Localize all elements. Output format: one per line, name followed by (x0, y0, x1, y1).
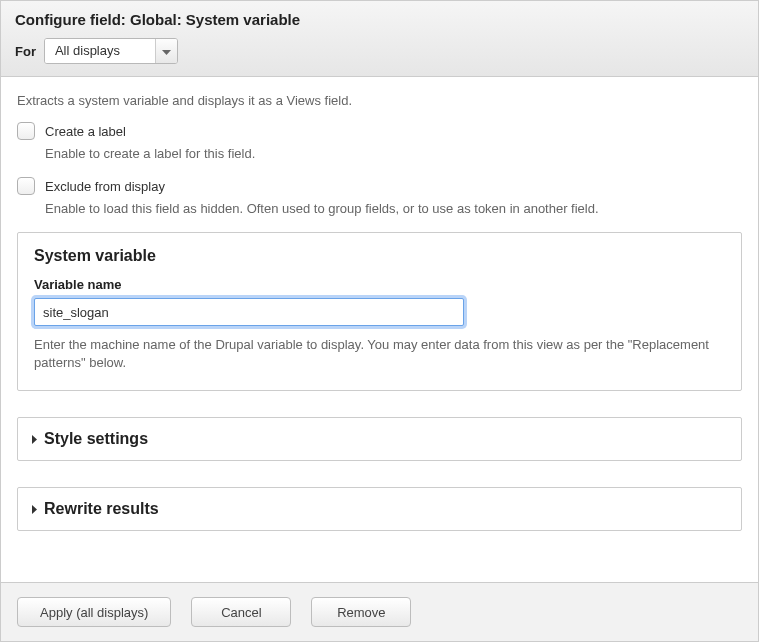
exclude-checkbox[interactable] (17, 177, 35, 195)
for-select-toggle[interactable] (155, 39, 177, 63)
variable-name-label: Variable name (34, 277, 725, 292)
exclude-text[interactable]: Exclude from display (45, 179, 165, 194)
for-select[interactable]: All displays (44, 38, 178, 64)
dialog-footer: Apply (all displays) Cancel Remove (1, 582, 758, 641)
top-description: Extracts a system variable and displays … (17, 93, 742, 108)
remove-button[interactable]: Remove (311, 597, 411, 627)
exclude-row: Exclude from display (17, 177, 742, 195)
for-select-value: All displays (45, 39, 155, 63)
chevron-down-icon (162, 44, 171, 59)
create-label-desc: Enable to create a label for this field. (45, 146, 742, 161)
chevron-right-icon (32, 502, 38, 517)
dialog-title: Configure field: Global: System variable (15, 11, 744, 28)
apply-button[interactable]: Apply (all displays) (17, 597, 171, 627)
create-label-row: Create a label (17, 122, 742, 140)
rewrite-results-section[interactable]: Rewrite results (17, 487, 742, 531)
dialog-header: Configure field: Global: System variable… (1, 1, 758, 77)
create-label-checkbox[interactable] (17, 122, 35, 140)
create-label-text[interactable]: Create a label (45, 124, 126, 139)
dialog-content: Extracts a system variable and displays … (1, 77, 758, 582)
style-settings-title: Style settings (44, 430, 148, 448)
variable-name-input[interactable] (34, 298, 464, 326)
style-settings-section[interactable]: Style settings (17, 417, 742, 461)
cancel-button[interactable]: Cancel (191, 597, 291, 627)
rewrite-results-title: Rewrite results (44, 500, 159, 518)
variable-name-desc: Enter the machine name of the Drupal var… (34, 336, 725, 372)
for-row: For All displays (15, 38, 744, 64)
for-label: For (15, 44, 36, 59)
chevron-right-icon (32, 432, 38, 447)
system-variable-title: System variable (34, 247, 725, 265)
system-variable-fieldset: System variable Variable name Enter the … (17, 232, 742, 391)
exclude-desc: Enable to load this field as hidden. Oft… (45, 201, 742, 216)
